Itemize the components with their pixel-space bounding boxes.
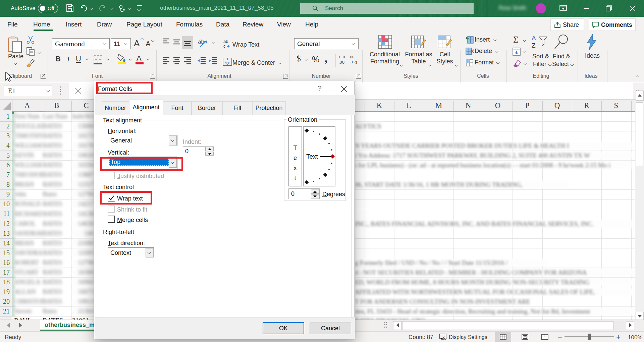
svg-text:.00: .00 [338, 60, 344, 65]
svg-text:0: 0 [355, 60, 357, 65]
svg-text:Z: Z [532, 42, 536, 49]
svg-text:.00: .00 [349, 55, 354, 59]
svg-text:0: 0 [343, 55, 345, 59]
svg-text:A: A [532, 35, 536, 42]
svg-text:c: c [223, 44, 226, 49]
svg-text:ab: ab [223, 39, 228, 44]
